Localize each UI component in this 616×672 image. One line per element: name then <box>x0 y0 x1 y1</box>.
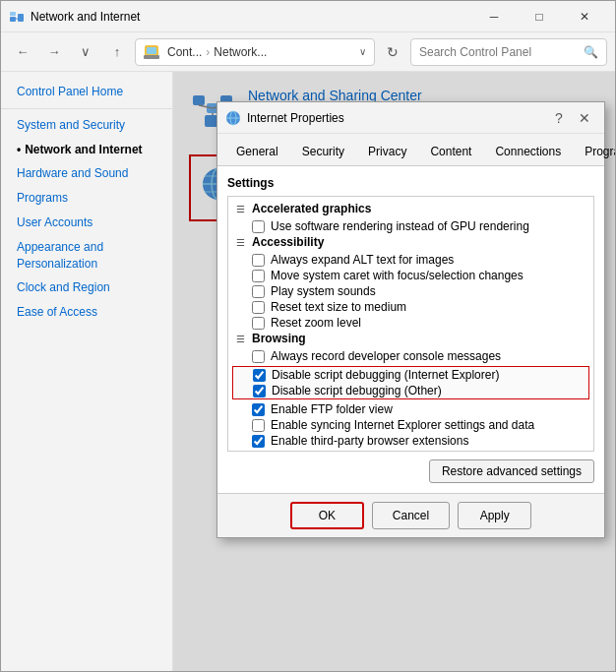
cb-sync-ie-settings[interactable] <box>252 419 265 432</box>
tab-programs[interactable]: Programs <box>574 140 615 165</box>
cb-reset-text-size[interactable] <box>252 301 265 314</box>
setting-text-ftp-folder: Enable FTP folder view <box>271 402 393 416</box>
setting-text-sync-ie-settings: Enable syncing Internet Explorer setting… <box>271 418 534 432</box>
minimize-button[interactable]: ─ <box>471 1 517 32</box>
svg-rect-1 <box>18 14 24 22</box>
tab-content[interactable]: Content <box>419 140 482 165</box>
search-box: 🔍 <box>410 38 607 66</box>
sidebar-item-user-accounts[interactable]: User Accounts <box>1 211 172 235</box>
sidebar-item-clock-and-region[interactable]: Clock and Region <box>1 275 172 300</box>
refresh-button[interactable]: ↻ <box>379 38 406 66</box>
dialog-help-button[interactable]: ? <box>547 106 571 130</box>
setting-text-developer-console: Always record developer console messages <box>271 349 501 363</box>
close-button[interactable]: ✕ <box>562 1 607 32</box>
recent-button[interactable]: ∨ <box>72 38 99 66</box>
group-accelerated-graphics: ☰ Accelerated graphics <box>232 201 589 216</box>
cb-play-sounds[interactable] <box>252 285 265 298</box>
addressbar: ← → ∨ ↑ Cont... › Network... ∨ ↻ 🔍 <box>1 32 615 72</box>
settings-list[interactable]: ☰ Accelerated graphics Use software rend… <box>227 196 594 452</box>
sidebar: Control Panel Home System and Security N… <box>1 72 173 671</box>
back-button[interactable]: ← <box>9 38 36 66</box>
setting-text-alt-text: Always expand ALT text for images <box>271 253 454 267</box>
ok-button[interactable]: OK <box>290 502 364 529</box>
group-label-browsing: Browsing <box>252 332 306 345</box>
tab-connections[interactable]: Connections <box>484 140 572 165</box>
up-button[interactable]: ↑ <box>103 38 131 66</box>
forward-button[interactable]: → <box>40 38 68 66</box>
setting-disable-script-other: Disable script debugging (Other) <box>233 383 588 398</box>
tab-privacy[interactable]: Privacy <box>357 140 417 165</box>
restore-advanced-settings-button[interactable]: Restore advanced settings <box>429 459 594 483</box>
search-input[interactable] <box>419 45 584 59</box>
dialog-close-button[interactable]: ✕ <box>573 106 596 130</box>
main-window: Network and Internet ─ □ ✕ ← → ∨ ↑ Cont.… <box>0 0 616 672</box>
tab-security[interactable]: Security <box>291 140 355 165</box>
dialog-overlay: Internet Properties ? ✕ General Security… <box>173 72 615 671</box>
group-accessibility: ☰ Accessibility <box>232 234 589 250</box>
window-controls: ─ □ ✕ <box>471 1 607 32</box>
settings-label: Settings <box>227 176 594 190</box>
setting-developer-console: Always record developer console messages <box>232 348 589 364</box>
cb-developer-console[interactable] <box>252 350 265 363</box>
cb-third-party-extensions[interactable] <box>252 435 265 448</box>
setting-disable-script-ie: Disable script debugging (Internet Explo… <box>233 367 588 383</box>
group-icon-accelerated: ☰ <box>232 201 248 216</box>
sidebar-item-system-and-security[interactable]: System and Security <box>1 113 172 138</box>
svg-rect-2 <box>10 12 16 16</box>
cb-visual-styles[interactable] <box>252 451 265 453</box>
setting-text-play-sounds: Play system sounds <box>271 284 376 298</box>
setting-system-caret: Move system caret with focus/selection c… <box>232 268 589 283</box>
svg-rect-5 <box>147 47 156 54</box>
dialog-icon <box>225 110 241 126</box>
address-sep1: › <box>206 45 210 59</box>
cb-ftp-folder[interactable] <box>252 403 265 416</box>
sidebar-item-network-and-internet[interactable]: Network and Internet <box>1 138 172 162</box>
cb-disable-script-ie[interactable] <box>253 369 266 382</box>
content-area: Network and Sharing Center View network … <box>173 72 615 671</box>
dialog-footer: OK Cancel Apply <box>217 493 604 537</box>
setting-text-software-rendering: Use software rendering instead of GPU re… <box>271 219 529 233</box>
setting-reset-text-size: Reset text size to medium <box>232 299 589 315</box>
group-label-accelerated: Accelerated graphics <box>252 202 371 215</box>
restore-row: Restore advanced settings <box>227 459 594 483</box>
cancel-button[interactable]: Cancel <box>372 502 450 529</box>
setting-reset-zoom: Reset zoom level <box>232 315 589 331</box>
setting-third-party-extensions: Enable third-party browser extensions <box>232 433 589 449</box>
sidebar-item-hardware-and-sound[interactable]: Hardware and Sound <box>1 161 172 186</box>
sidebar-divider-1 <box>1 108 172 109</box>
cb-system-caret[interactable] <box>252 270 265 282</box>
window-icon <box>9 9 25 25</box>
setting-alt-text: Always expand ALT text for images <box>232 252 589 268</box>
main-content: Control Panel Home System and Security N… <box>1 72 615 671</box>
group-icon-browsing: ☰ <box>232 331 248 346</box>
group-icon-accessibility: ☰ <box>232 234 248 250</box>
highlighted-settings-group: Disable script debugging (Internet Explo… <box>232 366 589 399</box>
dialog-settings-content: Settings ☰ Accelerated graphics Use soft… <box>217 166 604 493</box>
maximize-button[interactable]: □ <box>517 1 562 32</box>
apply-button[interactable]: Apply <box>458 502 531 529</box>
setting-text-third-party-extensions: Enable third-party browser extensions <box>271 434 468 448</box>
address-path-mid: Network... <box>214 45 267 59</box>
sidebar-item-programs[interactable]: Programs <box>1 186 172 211</box>
setting-text-reset-text-size: Reset text size to medium <box>271 300 406 314</box>
dialog-controls: ? ✕ <box>547 106 596 130</box>
dialog-title: Internet Properties <box>247 111 547 125</box>
cb-disable-script-other[interactable] <box>253 385 266 397</box>
cb-alt-text[interactable] <box>252 254 265 267</box>
sidebar-item-appearance-and-personalization[interactable]: Appearance and Personalization <box>1 235 172 276</box>
setting-ftp-folder: Enable FTP folder view <box>232 401 589 417</box>
address-chevron[interactable]: ∨ <box>359 46 366 57</box>
svg-rect-0 <box>10 17 16 22</box>
setting-software-rendering: Use software rendering instead of GPU re… <box>232 218 589 234</box>
cb-reset-zoom[interactable] <box>252 317 265 330</box>
internet-properties-dialog: Internet Properties ? ✕ General Security… <box>216 101 605 538</box>
cb-software-rendering[interactable] <box>252 220 265 233</box>
tab-general[interactable]: General <box>225 140 289 165</box>
svg-rect-6 <box>144 55 159 59</box>
sidebar-item-control-panel-home[interactable]: Control Panel Home <box>1 80 172 104</box>
address-bar[interactable]: Cont... › Network... ∨ <box>135 38 375 66</box>
setting-text-system-caret: Move system caret with focus/selection c… <box>271 269 524 282</box>
sidebar-item-ease-of-access[interactable]: Ease of Access <box>1 300 172 325</box>
setting-sync-ie-settings: Enable syncing Internet Explorer setting… <box>232 417 589 433</box>
group-label-accessibility: Accessibility <box>252 235 324 249</box>
